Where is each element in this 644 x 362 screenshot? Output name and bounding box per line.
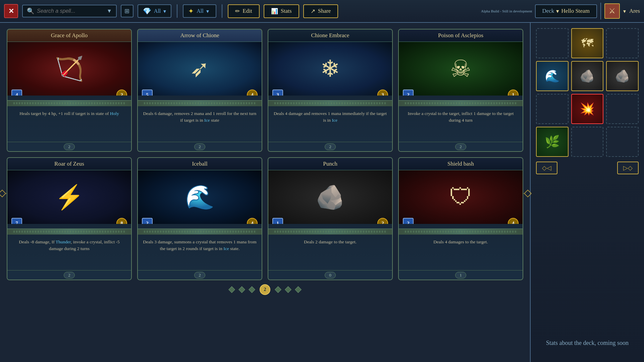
element-filter[interactable]: 💎 All ▾ — [138, 4, 171, 18]
card-0[interactable]: Grace of Apollo 🏹 4 2 Heals target by 4 … — [7, 29, 132, 152]
vertical-separator — [600, 3, 601, 19]
card-title: Chione Embrace — [311, 32, 350, 39]
card-header: Iceball — [138, 158, 262, 170]
card-body: Invoke a crystal to the target, inflict … — [399, 106, 523, 142]
card-body: Deals -8 damage, If Thunder, invoke a cr… — [7, 235, 131, 270]
card-header: Poison of Asclepios — [399, 29, 523, 42]
pagination-dot[interactable] — [295, 286, 302, 293]
deck-grid: 🗺 🌊 🪨 🪨 💥 🌿 — [536, 28, 639, 157]
separator1 — [177, 4, 177, 18]
card-title: Grace of Apollo — [51, 32, 88, 39]
card-footer: 1 — [399, 270, 523, 280]
deck-card-map[interactable]: 🗺 — [571, 28, 604, 58]
deck-next-button[interactable]: ▷◇ — [617, 162, 639, 174]
card-divider — [138, 100, 262, 106]
card-header: Punch — [268, 158, 392, 170]
card-badge-left: 4 — [11, 89, 22, 96]
card-footer: 2 — [268, 142, 392, 151]
card-count: 1 — [455, 272, 466, 279]
card-count: 2 — [194, 272, 205, 279]
card-title: Roar of Zeus — [54, 161, 84, 167]
deck-slot-empty2 — [606, 28, 639, 58]
card-count: 0 — [325, 272, 336, 279]
pagination-dot[interactable] — [285, 286, 291, 293]
card-6[interactable]: Punch 🪨 1 2 Deals 2 damage to the target… — [268, 157, 393, 280]
card-footer: 2 — [7, 142, 131, 151]
deck-card-rock2[interactable]: 🪨 — [606, 61, 639, 91]
card-body: Deals 4 damages to the target. — [399, 235, 523, 270]
card-art: ❄ — [268, 42, 392, 96]
card-art: 🏹 — [7, 42, 131, 96]
element-chevron-icon: ▾ — [163, 8, 166, 14]
card-badge-left: 1 — [272, 218, 283, 224]
card-body: Deals 2 damage to the target. — [268, 235, 392, 270]
stats-button[interactable]: 📊 Stats — [264, 4, 299, 18]
filter-button[interactable]: ⊞ — [121, 5, 133, 17]
deck-card-wave[interactable]: 🌊 — [536, 61, 569, 91]
deck-slot-empty4 — [606, 94, 639, 124]
card-image: 🌊 2 4 — [138, 170, 262, 224]
right-panel: 🗺 🌊 🪨 🪨 💥 🌿 ◇◁ ▷◇ Stats about the deck, … — [530, 23, 644, 362]
pagination-dot[interactable] — [275, 286, 281, 293]
card-divider — [399, 100, 523, 106]
card-title: Punch — [323, 161, 337, 167]
card-art: ➶ — [138, 42, 262, 96]
card-badge-left: 2 — [403, 89, 414, 96]
card-divider — [268, 229, 392, 235]
avatar: ⚔ — [604, 3, 620, 19]
pagination-dot-active[interactable]: 2 — [260, 284, 270, 295]
card-divider — [7, 100, 131, 106]
card-art: 🌊 — [138, 170, 262, 224]
top-bar: ✕ 🔍 ▼ ⊞ 💎 All ▾ ✦ All ▾ ✏ Edit 📊 Stats ↗… — [0, 0, 644, 23]
deck-card-leaf[interactable]: 🌿 — [536, 127, 569, 157]
card-footer: 2 — [399, 142, 523, 151]
main-area: ◇◁ ▷◇ Grace of Apollo 🏹 4 2 Heals target… — [0, 23, 644, 362]
card-body: Deals 6 damage, removes 2 mana and 1 rer… — [138, 106, 262, 142]
card-footer: 2 — [7, 270, 131, 280]
deck-slot-empty3 — [536, 94, 569, 124]
card-image: ➶ 5 4 — [138, 42, 262, 96]
card-7[interactable]: Shield bash 🛡 2 4 Deals 4 damages to the… — [398, 157, 523, 280]
filter-funnel-icon[interactable]: ▼ — [107, 8, 112, 14]
deck-selector[interactable]: Deck ▾ Hello Steam — [535, 4, 597, 18]
pagination-dot[interactable] — [249, 286, 255, 293]
card-body: Deals 3 damage, summons a crystal that r… — [138, 235, 262, 270]
card-image: ⚡ 7 8 — [7, 170, 131, 224]
card-1[interactable]: Arrow of Chione ➶ 5 4 Deals 6 damage, re… — [137, 29, 262, 152]
search-bar: 🔍 ▼ — [22, 5, 117, 17]
search-input[interactable] — [37, 8, 104, 14]
cost-filter[interactable]: ✦ All ▾ — [183, 4, 216, 18]
card-3[interactable]: Poison of Asclepios ☠ 2 1 Invoke a cryst… — [398, 29, 523, 152]
deck-navigation: ◇◁ ▷◇ — [536, 162, 639, 174]
card-badge-left: 2 — [142, 218, 153, 224]
share-button[interactable]: ↗ Share — [303, 4, 338, 18]
alpha-note: Alpha Build - Still in development — [481, 9, 532, 13]
card-divider — [268, 100, 392, 106]
card-badge-left: 2 — [403, 218, 414, 224]
card-5[interactable]: Iceball 🌊 2 4 Deals 3 damage, summons a … — [137, 157, 262, 280]
deck-card-red[interactable]: 💥 — [571, 94, 604, 124]
edit-button[interactable]: ✏ Edit — [228, 4, 259, 18]
pagination-dot[interactable] — [238, 286, 245, 293]
pagination-dot[interactable] — [228, 286, 235, 293]
card-badge-left: 3 — [272, 89, 283, 96]
player-name-label: Ares — [629, 8, 640, 14]
card-footer: 2 — [138, 142, 262, 151]
player-area[interactable]: ⚔ ▾ Ares — [604, 3, 640, 19]
player-chevron: ▾ — [623, 8, 626, 14]
card-image: ☠ 2 1 — [399, 42, 523, 96]
deck-name-label: Hello Steam — [561, 8, 590, 14]
filter-icon: ⊞ — [124, 7, 129, 15]
card-4[interactable]: Roar of Zeus ⚡ 7 8 Deals -8 damage, If T… — [7, 157, 132, 280]
deck-prev-button[interactable]: ◇◁ — [536, 162, 557, 174]
card-image: ❄ 3 3 — [268, 42, 392, 96]
card-footer: 2 — [138, 270, 262, 280]
card-count: 2 — [64, 143, 75, 150]
card-grid: Grace of Apollo 🏹 4 2 Heals target by 4 … — [7, 29, 523, 280]
card-art: 🛡 — [399, 170, 523, 224]
close-button[interactable]: ✕ — [4, 4, 18, 18]
card-image: 🪨 1 2 — [268, 170, 392, 224]
deck-card-rock1[interactable]: 🪨 — [571, 61, 604, 91]
card-2[interactable]: Chione Embrace ❄ 3 3 Deals 4 damage and … — [268, 29, 393, 152]
card-body: Deals 4 damage and removes 1 mana immedi… — [268, 106, 392, 142]
